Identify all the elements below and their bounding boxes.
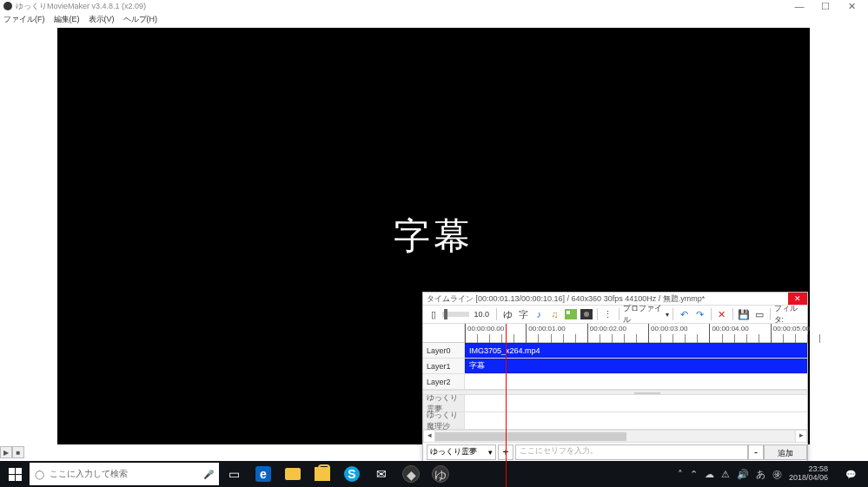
corner-controls: ▶ ■ [0,446,24,458]
mail-icon[interactable]: ✉ [367,461,396,487]
ruler-tick: 00:00:03.00 [648,324,649,343]
zoom-value: 10.0 [474,310,490,319]
app-icon [3,2,12,10]
character-select[interactable]: ゆっくり霊夢▾ [427,444,496,460]
undo-icon[interactable]: ↶ [677,306,691,322]
start-button[interactable] [0,468,30,481]
volume-icon[interactable]: 🔊 [737,469,749,480]
collapse-icon[interactable]: ▯ [427,306,441,322]
svg-point-3 [584,312,589,317]
video-clip[interactable]: IMG3705_x264.mp4 [465,343,807,358]
explorer-icon[interactable] [278,461,308,487]
redo-icon[interactable]: ↷ [692,306,706,322]
sound-icon[interactable]: ♫ [547,306,561,322]
layer-track-2[interactable] [465,374,807,389]
timeline-titlebar[interactable]: タイムライン [00:00:01.13/00:00:10.16] / 640x3… [423,293,807,305]
add-button[interactable]: 追加 [764,444,807,460]
scroll-left-icon[interactable]: ◂ [423,431,435,442]
menu-edit[interactable]: 編集(E) [54,14,80,25]
filter-label: フィルタ: [774,303,804,326]
playhead[interactable] [506,324,507,487]
separator [770,308,771,320]
layer-label[interactable]: Layer1 [423,359,465,373]
layer-row-2: Layer2 [423,374,807,390]
subtitle-clip[interactable]: 字幕 [465,359,807,373]
title-bar: ゆっくりMovieMaker v3.4.8.1 (x2.09) — ☐ ✕ [0,0,868,12]
window-title: ゆっくりMovieMaker v3.4.8.1 (x2.09) [16,1,146,12]
skype-icon[interactable]: S [337,461,367,487]
ruler-tick: 00:00:04.00 [709,324,710,343]
character-row-marisa: ゆっくり魔理沙 [423,412,807,430]
app-icon-2[interactable]: ゆ [426,461,455,487]
onedrive-icon[interactable]: ☁ [705,469,714,480]
windows-logo-icon [9,468,22,481]
layer-row-1: Layer1 字幕 [423,359,807,374]
separator [619,308,620,320]
separator [732,308,733,320]
menu-view[interactable]: 表示(V) [89,14,115,25]
edge-icon[interactable]: e [248,461,278,487]
mic-icon[interactable]: 🎤 [203,470,214,479]
character-row-reimu: ゆっくり霊夢 [423,395,807,412]
timeline-toolbar: ▯ 10.0 ゆ 字 ♪ ♫ ⋮ プロファイル▾ ↶ ↷ ✕ 💾 ▭ フィルタ: [423,305,807,324]
music-icon[interactable]: ♪ [532,306,546,322]
play-button[interactable]: ▶ [0,446,12,458]
separator [673,308,673,320]
minus-button[interactable]: - [748,444,764,460]
ruler-tick: 00:00:00.00 [465,324,466,343]
character-track[interactable] [465,395,807,411]
cortana-icon: ◯ [35,470,44,479]
settings-icon[interactable]: ⋮ [601,306,615,322]
timeline-ruler[interactable]: 00:00:00.0000:00:01.0000:00:02.0000:00:0… [423,324,807,343]
svg-rect-1 [567,311,570,314]
separator [496,308,497,320]
ime-indicator[interactable]: あ [756,468,765,481]
task-view-icon[interactable]: ▭ [219,461,248,487]
app-icon-1[interactable]: ◆ [396,461,426,487]
layer-track-1[interactable]: 字幕 [465,359,807,373]
save-icon[interactable]: 💾 [736,306,750,322]
stop-button[interactable]: ■ [12,446,24,458]
people-icon[interactable]: ⌃ [690,469,698,480]
close-button[interactable]: ✕ [838,1,865,12]
menu-help[interactable]: ヘルプ(H) [123,14,158,25]
layer-label[interactable]: Layer2 [423,374,465,389]
video-icon[interactable] [580,306,593,322]
store-icon[interactable] [308,461,337,487]
taskbar: ◯ ここに入力して検索 🎤 ▭ e S ✉ ◆ ゆ ˄ ⌃ ☁ ⚠ 🔊 あ ㊝ … [0,461,868,487]
search-placeholder: ここに入力して検索 [50,468,128,480]
profile-dropdown[interactable]: プロファイル▾ [623,303,670,326]
menu-file[interactable]: ファイル(F) [3,14,45,25]
network-icon[interactable]: ⚠ [721,469,730,480]
scrollbar-thumb[interactable] [435,432,626,441]
minimize-button[interactable]: — [786,1,812,11]
character-label[interactable]: ゆっくり魔理沙 [423,412,465,429]
menu-bar: ファイル(F) 編集(E) 表示(V) ヘルプ(H) [0,12,868,26]
taskbar-search[interactable]: ◯ ここに入力して検索 🎤 [30,463,219,485]
serif-input-row: ゆっくり霊夢▾ + ここにセリフを入力。 - 追加 [423,442,807,461]
layer-label[interactable]: Layer0 [423,343,465,358]
zoom-slider[interactable] [442,312,468,317]
image-icon[interactable] [564,306,578,322]
layer-track-0[interactable]: IMG3705_x264.mp4 [465,343,807,358]
ruler-tick: 00:00:05.00 [771,324,772,343]
taskbar-clock[interactable]: 23:58 2018/04/06 [789,465,832,483]
action-center-icon[interactable]: 💬 [838,461,863,487]
character-track[interactable] [465,412,807,429]
ime-mode-icon[interactable]: ㊝ [772,468,782,481]
timeline-window: タイムライン [00:00:01.13/00:00:10.16] / 640x3… [422,292,808,462]
layer-row-0: Layer0 IMG3705_x264.mp4 [423,343,807,359]
separator [711,308,712,320]
scroll-right-icon[interactable]: ▸ [795,431,807,442]
maximize-button[interactable]: ☐ [812,1,838,12]
export-icon[interactable]: ▭ [752,306,766,322]
separator [597,308,598,320]
subtitle-overlay: 字幕 [394,212,474,260]
yukkuri-icon[interactable]: ゆ [500,306,514,322]
text-icon[interactable]: 字 [516,306,530,322]
serif-input[interactable]: ここにセリフを入力。 [515,444,748,460]
ruler-tick: 00:00:02.00 [587,324,588,343]
timeline-h-scrollbar[interactable]: ◂ ▸ [423,430,807,442]
delete-icon[interactable]: ✕ [714,306,728,322]
tray-up-icon[interactable]: ˄ [678,469,683,480]
